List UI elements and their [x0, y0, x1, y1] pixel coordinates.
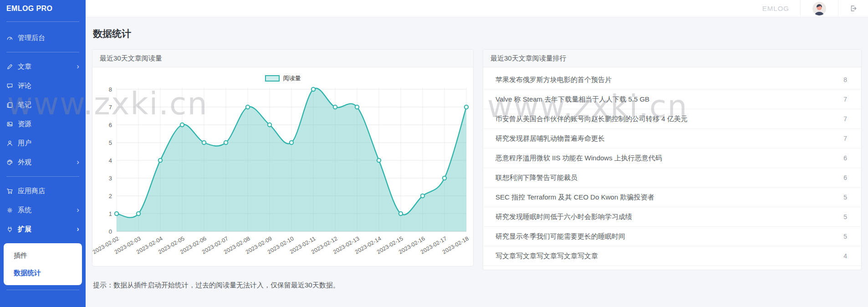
note-icon: [6, 101, 14, 108]
sidebar-nav: 管理后台 文章 › 评论 笔记 资源 用户: [0, 26, 86, 239]
article-title-link[interactable]: 币安曾从美国合作伙伴的账号向赵长鹏控制的公司转移 4 亿美元: [495, 115, 834, 123]
article-title-link[interactable]: 研究显示冬季我们可能需要更长的睡眠时间: [495, 232, 834, 241]
pencil-icon: [6, 63, 14, 70]
legend-swatch: [265, 75, 280, 82]
svg-text:7: 7: [109, 104, 112, 111]
article-title-link[interactable]: 苹果发布俄罗斯方块电影的首个预告片: [495, 76, 834, 84]
article-title-link[interactable]: 联想利润下降警告可能裁员: [495, 174, 834, 182]
submenu-item[interactable]: 数据统计: [4, 264, 82, 281]
article-title-link[interactable]: 恶意程序滥用微软 IIS 功能在 Windows 上执行恶意代码: [495, 154, 834, 163]
plug-icon: [6, 225, 14, 233]
sidebar-item-label: 评论: [18, 82, 31, 90]
chart-panel-title: 最近30天文章阅读量: [92, 50, 473, 67]
ranking-row[interactable]: 研究显示冬季我们可能需要更长的睡眠时间 5: [484, 227, 861, 246]
topbar-divider: [800, 0, 801, 17]
ranking-row[interactable]: SEC 指控 Terraform 及其 CEO Do Kwon 欺骗投资者 5: [484, 188, 861, 207]
view-count: 7: [843, 96, 847, 103]
views-chart-panel: 最近30天文章阅读量 阅读量 0123456782023-02-022023-0…: [92, 49, 474, 266]
extensions-submenu: 插件 数据统计: [4, 243, 82, 285]
ranking-row[interactable]: 研究发现睡眠时间低于六小时会影响学习成绩 5: [484, 207, 861, 227]
view-count: 7: [843, 135, 847, 142]
sidebar-item-label: 应用商店: [18, 187, 45, 195]
chevron-right-icon: ›: [77, 205, 79, 215]
view-count: 4: [843, 252, 847, 260]
svg-text:4: 4: [109, 157, 112, 164]
svg-text:0: 0: [109, 228, 112, 235]
app-logo[interactable]: EMLOG PRO: [0, 0, 86, 17]
sidebar-divider: [6, 176, 79, 177]
submenu-item-label: 数据统计: [14, 269, 41, 276]
ranking-row[interactable]: 研究发现群居哺乳动物普遍寿命更长 7: [484, 129, 861, 148]
sidebar-item-label: 扩展: [18, 225, 31, 234]
ranking-list: 苹果发布俄罗斯方块电影的首个预告片 8 Valve 称 Steam 去年下载量相…: [483, 67, 861, 270]
article-title-link[interactable]: SEC 指控 Terraform 及其 CEO Do Kwon 欺骗投资者: [495, 193, 834, 202]
sidebar-item[interactable]: 用户: [0, 133, 86, 153]
sidebar: EMLOG PRO 管理后台 文章 › 评论 笔记 资源: [0, 0, 86, 307]
ranking-row[interactable]: 恶意程序滥用微软 IIS 功能在 Windows 上执行恶意代码 6: [484, 148, 861, 168]
view-count: 5: [843, 213, 847, 220]
sidebar-item[interactable]: 笔记: [0, 95, 86, 114]
page-title: 数据统计: [93, 27, 862, 40]
sidebar-item-label: 系统: [18, 206, 31, 215]
topbar-divider: [838, 0, 838, 17]
chevron-right-icon: ›: [77, 158, 79, 167]
legend-label: 阅读量: [283, 74, 301, 82]
sidebar-item-label: 文章: [18, 62, 31, 71]
article-title-link[interactable]: 研究发现睡眠时间低于六小时会影响学习成绩: [495, 213, 834, 221]
sidebar-divider: [6, 52, 79, 52]
user-icon: [6, 139, 14, 147]
ranking-row[interactable]: 写文章写文章写文章写文章写文章 4: [484, 246, 861, 266]
view-count: 5: [843, 194, 847, 201]
logout-icon[interactable]: [849, 5, 857, 12]
view-count: 6: [843, 154, 847, 162]
sidebar-divider: [6, 290, 79, 290]
sidebar-item[interactable]: 资源: [0, 114, 86, 133]
view-count: 6: [843, 174, 847, 181]
svg-text:2: 2: [109, 193, 112, 200]
view-count: 8: [843, 76, 847, 83]
gear-icon: [6, 206, 14, 214]
svg-text:3: 3: [109, 175, 112, 182]
sidebar-item-label: 管理后台: [18, 34, 45, 42]
sidebar-item[interactable]: 外观 ›: [0, 153, 86, 172]
article-title-link[interactable]: 研究发现群居哺乳动物普遍寿命更长: [495, 134, 834, 143]
sidebar-item-label: 用户: [18, 139, 31, 148]
sidebar-item-label: 笔记: [18, 101, 31, 109]
svg-text:6: 6: [109, 122, 112, 128]
sidebar-item[interactable]: 管理后台: [0, 28, 86, 47]
user-avatar[interactable]: [812, 2, 826, 15]
sidebar-item-label: 外观: [18, 158, 31, 167]
hint-text: 提示：数据从插件启动开始统计，过去的阅读量无法计入，仅保留最近30天数据。: [93, 281, 862, 290]
ranking-row[interactable]: 苹果发布俄罗斯方块电影的首个预告片 8: [484, 70, 861, 90]
ranking-panel-title: 最近30天文章阅读量排行: [483, 50, 861, 67]
panels-row: 最近30天文章阅读量 阅读量 0123456782023-02-022023-0…: [92, 49, 862, 270]
article-title-link[interactable]: Valve 称 Steam 去年下载量相当于人人下载 5.5 GB: [495, 95, 834, 104]
ranking-row[interactable]: Valve 称 Steam 去年下载量相当于人人下载 5.5 GB 7: [484, 90, 861, 109]
chart-legend[interactable]: 阅读量: [92, 67, 473, 83]
image-icon: [6, 120, 14, 128]
sidebar-item[interactable]: 系统 ›: [0, 200, 86, 220]
dashboard-icon: [6, 34, 14, 41]
sidebar-item[interactable]: 文章 ›: [0, 57, 86, 76]
sidebar-item-label: 资源: [18, 120, 31, 128]
submenu-item-label: 插件: [14, 251, 27, 259]
chevron-right-icon: ›: [77, 225, 79, 234]
ranking-panel: 最近30天文章阅读量排行 苹果发布俄罗斯方块电影的首个预告片 8 Valve 称…: [483, 49, 862, 270]
ranking-row[interactable]: 联想利润下降警告可能裁员 6: [484, 168, 861, 188]
main-content: 数据统计 最近30天文章阅读量 阅读量 0123456782023-02-022…: [86, 17, 868, 307]
sidebar-item[interactable]: 评论: [0, 76, 86, 95]
cart-icon: [6, 187, 14, 194]
sidebar-item[interactable]: 应用商店: [0, 181, 86, 200]
view-count: 7: [843, 115, 847, 123]
palette-icon: [6, 159, 14, 166]
submenu-item[interactable]: 插件: [4, 247, 82, 264]
chevron-right-icon: ›: [77, 62, 79, 71]
sidebar-divider: [6, 21, 79, 22]
svg-text:1: 1: [109, 210, 112, 217]
sidebar-item[interactable]: 扩展 ›: [0, 220, 86, 239]
view-count: 5: [843, 233, 847, 240]
topbar-brand-link[interactable]: EMLOG: [762, 5, 789, 12]
svg-text:8: 8: [109, 86, 112, 93]
article-title-link[interactable]: 写文章写文章写文章写文章写文章: [495, 252, 834, 261]
ranking-row[interactable]: 币安曾从美国合作伙伴的账号向赵长鹏控制的公司转移 4 亿美元 7: [484, 109, 861, 129]
